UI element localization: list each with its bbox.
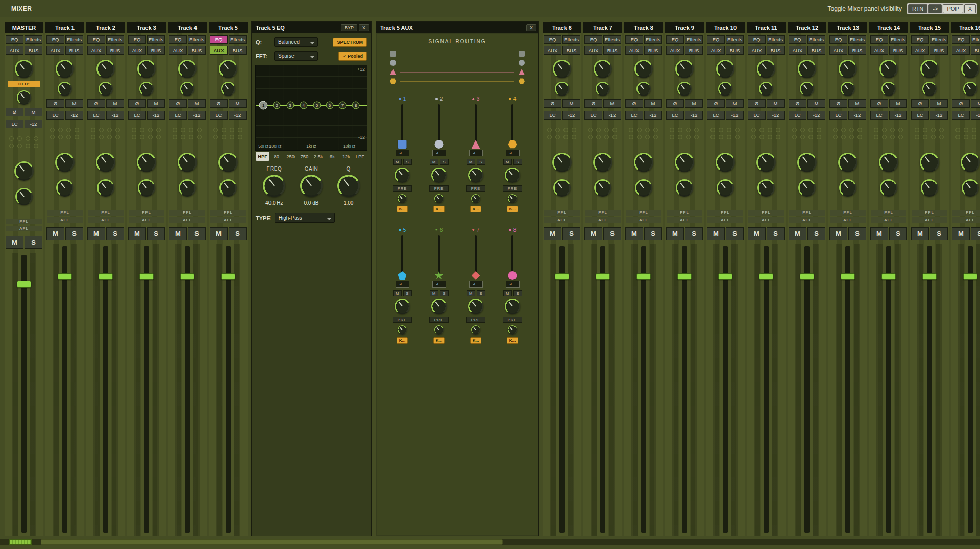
send-slot[interactable] (629, 128, 633, 132)
freq-knob[interactable] (263, 175, 285, 197)
mute-button[interactable]: M (911, 227, 929, 240)
trim-knob[interactable] (718, 82, 732, 96)
low-cut-button[interactable]: LC (584, 111, 602, 120)
send-slot[interactable] (792, 135, 797, 139)
send-level-slider[interactable] (472, 104, 479, 147)
aux-button[interactable]: AUX (952, 46, 970, 55)
mono-button[interactable]: M (971, 99, 980, 108)
afl-button[interactable]: AFL (667, 217, 702, 223)
effects-button[interactable]: Effects (147, 35, 165, 44)
send-level-slider[interactable] (399, 104, 406, 147)
fader-handle[interactable] (139, 273, 154, 280)
send-mute-button[interactable]: M (503, 159, 512, 165)
eq-node-7[interactable]: 7 (339, 102, 347, 109)
bus-button[interactable]: BUS (889, 46, 907, 55)
send-pan-knob[interactable] (431, 168, 447, 183)
q-knob[interactable] (337, 175, 360, 197)
width-knob[interactable] (921, 179, 938, 197)
afl-button[interactable]: AFL (871, 217, 906, 223)
trim-knob[interactable] (99, 82, 113, 96)
solo-button[interactable]: S (229, 227, 247, 240)
pfl-button[interactable]: PFL (871, 210, 906, 216)
send-key-button[interactable]: K... (470, 206, 481, 212)
width-knob[interactable] (594, 179, 611, 197)
bus-button[interactable]: BUS (188, 46, 206, 55)
send-slot[interactable] (75, 135, 79, 139)
send-mute-button[interactable]: M (430, 290, 438, 296)
send-slot[interactable] (17, 136, 22, 141)
phase-button[interactable]: Ø (169, 99, 187, 108)
send-slot[interactable] (686, 135, 691, 139)
eq-button[interactable]: EQ (707, 35, 725, 44)
send-slot[interactable] (653, 135, 658, 139)
low-cut-button[interactable]: LC (707, 111, 725, 120)
band-tab-6k[interactable]: 6k (325, 152, 339, 161)
send-slot[interactable] (694, 128, 699, 132)
send-pan-knob[interactable] (505, 168, 520, 183)
phase-button[interactable]: Ø (870, 99, 888, 108)
send-slot[interactable] (645, 135, 650, 139)
eq-button[interactable]: EQ (625, 35, 643, 44)
mono-button[interactable]: M (685, 99, 703, 108)
trim-knob[interactable] (759, 82, 773, 96)
send-slot[interactable] (849, 135, 854, 139)
send-slot[interactable] (800, 135, 805, 139)
phase-button[interactable]: Ø (584, 99, 602, 108)
pre-post-button[interactable]: PRE (429, 317, 449, 323)
pre-post-button[interactable]: PRE (393, 185, 412, 192)
send-slot[interactable] (808, 135, 813, 139)
eq-node-6[interactable]: 6 (326, 102, 333, 109)
fader[interactable] (543, 244, 581, 536)
send-slot[interactable] (710, 135, 715, 139)
width-knob[interactable] (219, 179, 237, 197)
solo-button[interactable]: S (807, 227, 825, 240)
send-slot[interactable] (213, 128, 218, 132)
solo-button[interactable]: S (562, 227, 580, 240)
send-trim-knob[interactable] (508, 194, 517, 203)
phase-button[interactable]: Ø (748, 99, 766, 108)
width-knob[interactable] (880, 179, 897, 197)
mute-button[interactable]: M (87, 227, 105, 240)
eq-button[interactable]: EQ (544, 35, 561, 44)
gain-knob[interactable] (300, 175, 323, 197)
effects-button[interactable]: Effects (188, 35, 206, 44)
send-fader-handle[interactable] (472, 140, 480, 149)
send-slot[interactable] (710, 128, 715, 132)
fader-handle[interactable] (759, 273, 773, 280)
send-level-slider[interactable] (509, 104, 516, 147)
low-cut-button[interactable]: LC (544, 111, 561, 120)
send-slot[interactable] (964, 128, 968, 132)
mono-button[interactable]: M (848, 99, 866, 108)
rtn-button[interactable]: RTN (908, 4, 927, 13)
send-value[interactable]: -i... (396, 281, 409, 288)
send-key-button[interactable]: K... (507, 206, 518, 212)
send-slot[interactable] (800, 128, 805, 132)
fader[interactable] (910, 244, 949, 536)
low-cut-button[interactable]: LC (870, 111, 888, 120)
mono-button[interactable]: M (65, 99, 83, 108)
mono-button[interactable]: M (889, 99, 907, 108)
send-pan-knob[interactable] (468, 168, 483, 183)
send-slot[interactable] (833, 128, 838, 132)
send-slot[interactable] (808, 128, 813, 132)
trim-db-button[interactable]: -12 (685, 111, 703, 120)
afl-button[interactable]: AFL (830, 217, 866, 223)
bus-button[interactable]: BUS (24, 46, 42, 55)
trim-db-button[interactable]: -12 (106, 111, 124, 120)
fader-handle[interactable] (800, 273, 814, 280)
send-value[interactable]: -i... (469, 150, 483, 156)
fader[interactable] (45, 244, 84, 536)
send-level-slider[interactable] (435, 104, 443, 147)
gain-knob[interactable] (920, 60, 939, 78)
send-slot[interactable] (817, 128, 821, 132)
pan-knob[interactable] (797, 153, 817, 172)
send-fader-handle[interactable] (472, 271, 480, 280)
solo-button[interactable]: S (889, 227, 907, 240)
afl-button[interactable]: AFL (585, 217, 621, 223)
send-slot[interactable] (915, 128, 919, 132)
trim-knob[interactable] (139, 82, 154, 96)
send-slot[interactable] (735, 135, 740, 139)
width-knob[interactable] (839, 179, 856, 197)
bus-button[interactable]: BUS (767, 46, 785, 55)
send-slot[interactable] (923, 135, 927, 139)
